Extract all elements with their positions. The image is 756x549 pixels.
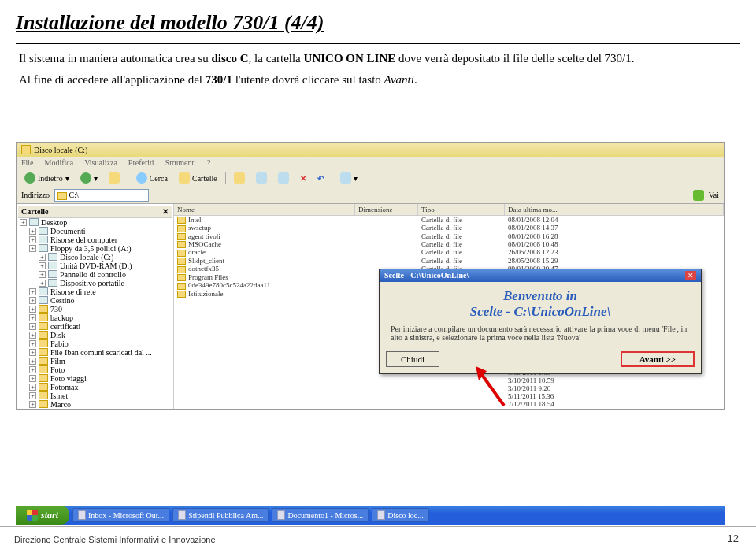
tb-extra1[interactable] bbox=[231, 172, 248, 184]
expand-icon[interactable]: + bbox=[29, 236, 36, 243]
tree-item[interactable]: +Risorse di rete bbox=[18, 287, 172, 296]
expand-icon[interactable]: + bbox=[29, 306, 36, 313]
list-row[interactable]: 7/12/2011 18.54 bbox=[174, 400, 724, 408]
dialog-heading-2: Scelte - C:\UnicoOnLine\ bbox=[391, 304, 690, 320]
menu-file[interactable]: File bbox=[21, 158, 34, 167]
expand-icon[interactable]: + bbox=[20, 219, 27, 226]
list-row[interactable]: 3/10/2011 9.20 bbox=[174, 384, 724, 392]
folder-icon bbox=[39, 322, 48, 330]
tb-delete[interactable]: ✕ bbox=[297, 173, 309, 184]
tb-undo[interactable]: ↶ bbox=[314, 173, 327, 184]
expand-icon[interactable]: + bbox=[39, 271, 46, 278]
expand-icon[interactable]: + bbox=[29, 314, 36, 321]
expand-icon[interactable]: + bbox=[39, 262, 46, 269]
expand-icon[interactable]: + bbox=[29, 332, 36, 339]
expand-icon[interactable]: + bbox=[29, 375, 36, 382]
folder-tree[interactable]: Cartelle✕ +Desktop+Documenti+Risorse del… bbox=[17, 204, 174, 409]
list-row[interactable]: Slidpt_clientCartella di file28/05/2008 … bbox=[174, 257, 724, 265]
tree-item[interactable]: +Risorse del computer bbox=[18, 236, 172, 244]
dialog-next-button[interactable]: Avanti >> bbox=[621, 351, 695, 367]
list-row[interactable]: 3/10/2011 10.59 bbox=[174, 377, 724, 384]
paragraph-2: Al fine di accedere all'applicazione del… bbox=[19, 72, 737, 88]
col-date[interactable]: Data ultima mo... bbox=[505, 204, 724, 215]
forward-button[interactable]: ▾ bbox=[77, 172, 101, 184]
tree-item[interactable]: +Isinet bbox=[18, 391, 172, 400]
listview-header[interactable]: Nome Dimensione Tipo Data ultima mo... bbox=[174, 204, 724, 216]
tree-item[interactable]: +Unità DVD-RAM (D:) bbox=[18, 262, 172, 270]
tree-item[interactable]: +Desktop bbox=[18, 218, 172, 227]
expand-icon[interactable]: + bbox=[29, 323, 36, 330]
taskbar-item[interactable]: Disco loc... bbox=[372, 508, 429, 522]
tree-item[interactable]: +Cestino bbox=[18, 296, 172, 305]
tree-item[interactable]: +Marco bbox=[18, 400, 172, 409]
tree-item[interactable]: +Film bbox=[18, 357, 172, 365]
dialog-close-icon[interactable]: ✕ bbox=[685, 271, 696, 280]
search-button[interactable]: Cerca bbox=[133, 172, 171, 184]
menu-help[interactable]: ? bbox=[207, 158, 210, 167]
col-name[interactable]: Nome bbox=[174, 204, 355, 215]
expand-icon[interactable]: + bbox=[29, 245, 36, 252]
expand-icon[interactable]: + bbox=[29, 228, 36, 235]
menu-strumenti[interactable]: Strumenti bbox=[165, 158, 196, 167]
taskbar[interactable]: start Inbox - Microsoft Out... Stipendi … bbox=[16, 506, 724, 525]
tree-item[interactable]: +Dispositivo portatile bbox=[18, 279, 172, 287]
expand-icon[interactable]: + bbox=[29, 384, 36, 391]
list-row[interactable]: agent tivoliCartella di file08/01/2008 1… bbox=[174, 232, 724, 240]
menu-modifica[interactable]: Modifica bbox=[45, 158, 74, 167]
tree-item[interactable]: +Fabio bbox=[18, 339, 172, 348]
expand-icon[interactable]: + bbox=[29, 288, 36, 295]
tree-item[interactable]: +Pannello di controllo bbox=[18, 270, 172, 279]
expand-icon[interactable]: + bbox=[29, 401, 36, 408]
tree-item[interactable]: +Fotomax bbox=[18, 383, 172, 391]
tb-extra3[interactable] bbox=[275, 172, 292, 184]
expand-icon[interactable]: + bbox=[29, 297, 36, 304]
list-row[interactable]: swsetupCartella di file08/01/2008 14.37 bbox=[174, 224, 724, 232]
address-input[interactable]: C:\ bbox=[54, 189, 149, 202]
tb-extra2[interactable] bbox=[253, 172, 270, 184]
search-icon bbox=[136, 172, 147, 184]
tree-item[interactable]: +Disk bbox=[18, 331, 172, 339]
dialog-titlebar[interactable]: Scelte - C:\UnicoOnLine\ ✕ bbox=[380, 269, 701, 282]
col-type[interactable]: Tipo bbox=[418, 204, 505, 215]
close-icon[interactable]: ✕ bbox=[162, 207, 169, 216]
menubar[interactable]: File Modifica Visualizza Preferiti Strum… bbox=[17, 157, 724, 169]
expand-icon[interactable]: + bbox=[39, 254, 46, 261]
tree-item[interactable]: +certificati bbox=[18, 322, 172, 331]
up-button[interactable] bbox=[106, 172, 123, 184]
tree-item[interactable]: +Floppy da 3,5 pollici (A:) bbox=[18, 244, 172, 253]
list-row[interactable]: MSOCacheCartella di file08/01/2008 10.48 bbox=[174, 240, 724, 248]
expand-icon[interactable]: + bbox=[29, 366, 36, 373]
tree-item[interactable]: +File Iban comuni scaricati dal ... bbox=[18, 348, 172, 357]
list-row[interactable]: 5/11/2011 15.36 bbox=[174, 392, 724, 400]
p2-a: Al fine di accedere all'applicazione del bbox=[19, 73, 206, 86]
tree-item[interactable]: +Foto viaggi bbox=[18, 374, 172, 383]
list-row[interactable]: 3/01/2012 6.04 bbox=[174, 408, 724, 409]
start-button[interactable]: start bbox=[16, 506, 69, 525]
window-titlebar[interactable]: Disco locale (C:) bbox=[17, 143, 724, 157]
menu-visualizza[interactable]: Visualizza bbox=[84, 158, 117, 167]
file-listview[interactable]: Nome Dimensione Tipo Data ultima mo... I… bbox=[174, 204, 724, 409]
tree-item[interactable]: +Documenti bbox=[18, 227, 172, 236]
expand-icon[interactable]: + bbox=[39, 280, 46, 287]
dialog-close-button[interactable]: Chiudi bbox=[386, 351, 439, 367]
go-button[interactable] bbox=[693, 190, 704, 201]
expand-icon[interactable]: + bbox=[29, 340, 36, 347]
taskbar-item[interactable]: Stipendi Pubblica Am... bbox=[172, 508, 269, 522]
tree-item[interactable]: +Foto bbox=[18, 365, 172, 374]
back-button[interactable]: Indietro▾ bbox=[21, 172, 72, 184]
col-dim[interactable]: Dimensione bbox=[355, 204, 418, 215]
expand-icon[interactable]: + bbox=[29, 349, 36, 356]
expand-icon[interactable]: + bbox=[29, 392, 36, 399]
list-row[interactable]: oracleCartella di file26/05/2008 12.23 bbox=[174, 248, 724, 256]
expand-icon[interactable]: + bbox=[29, 358, 36, 365]
taskbar-item[interactable]: Documento1 - Micros... bbox=[272, 508, 369, 522]
tree-label: Unità DVD-RAM (D:) bbox=[60, 262, 132, 270]
taskbar-item[interactable]: Inbox - Microsoft Out... bbox=[72, 508, 169, 522]
tree-item[interactable]: +Disco locale (C:) bbox=[18, 253, 172, 262]
tree-item[interactable]: +backup bbox=[18, 313, 172, 322]
views-button[interactable]: ▾ bbox=[337, 172, 361, 184]
tree-item[interactable]: +730 bbox=[18, 305, 172, 313]
list-row[interactable]: IntelCartella di file08/01/2008 12.04 bbox=[174, 216, 724, 224]
menu-preferiti[interactable]: Preferiti bbox=[128, 158, 154, 167]
folders-button[interactable]: Cartelle bbox=[176, 172, 220, 184]
